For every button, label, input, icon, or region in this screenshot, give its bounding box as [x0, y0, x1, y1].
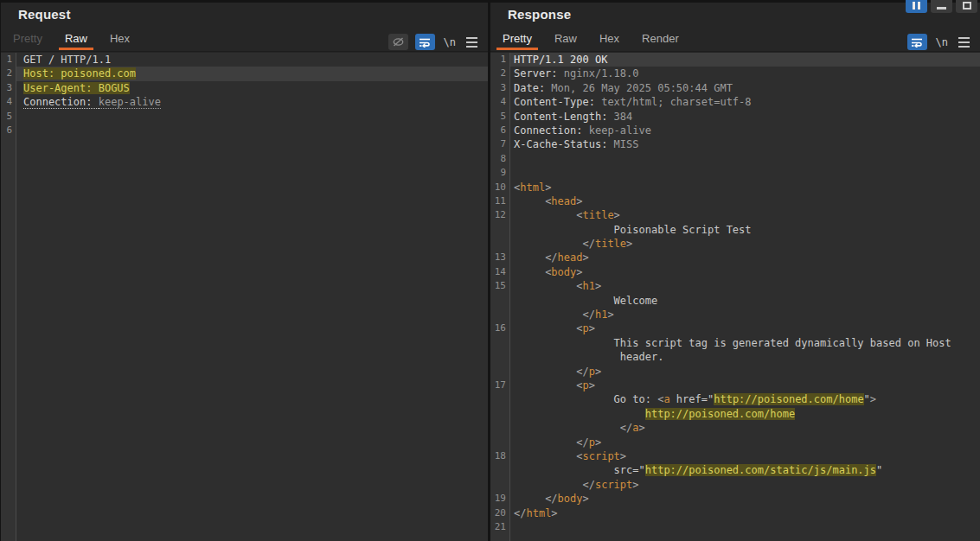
code-line[interactable]: Welcome [490, 294, 980, 308]
editor-empty-area[interactable] [490, 534, 980, 541]
tab-hex[interactable]: Hex [104, 25, 136, 51]
code-text: " [864, 393, 870, 405]
tab-pretty[interactable]: Pretty [496, 25, 538, 51]
code-line[interactable]: 1GET / HTTP/1.1 [1, 53, 488, 67]
line-content: Server: nginx/1.18.0 [510, 67, 980, 80]
code-text: Connection: [514, 124, 589, 137]
code-line[interactable]: 1HTTP/1.1 200 OK [490, 53, 980, 67]
line-number [490, 392, 510, 406]
soft-wrap-button[interactable] [415, 34, 435, 50]
maximize-button[interactable] [956, 0, 977, 13]
code-line[interactable]: 14 <body> [490, 265, 980, 279]
code-text: Poisonable Script Test [514, 224, 752, 236]
code-line[interactable]: 20</html> [490, 506, 980, 520]
code-line[interactable]: 5 [1, 110, 488, 124]
tab-raw[interactable]: Raw [59, 25, 93, 51]
code-line[interactable]: 6 [1, 124, 488, 137]
line-number: 3 [1, 81, 16, 95]
code-line[interactable]: </title> [490, 237, 980, 251]
soft-wrap-button[interactable] [907, 34, 927, 50]
code-line[interactable]: </p> [490, 436, 980, 449]
code-text: p [589, 436, 595, 449]
line-number [490, 421, 510, 435]
code-line[interactable]: 2Host: poisoned.com [1, 67, 488, 80]
code-line[interactable]: 8 [490, 152, 980, 166]
code-line[interactable]: </script> [490, 478, 980, 492]
line-content: X-Cache-Status: MISS [510, 137, 980, 151]
code-line[interactable]: This script tag is generated dynamically… [490, 336, 980, 350]
code-line[interactable]: 16 <p> [490, 321, 980, 335]
line-content: Host: poisoned.com [16, 67, 488, 80]
line-content: src="http://poisoned.com/static/js/main.… [510, 463, 980, 477]
line-content [16, 110, 488, 124]
code-line[interactable]: 4Content-Type: text/html; charset=utf-8 [490, 95, 980, 109]
editor-menu-button[interactable] [464, 37, 479, 48]
response-panel: Response PrettyRawHexRender \n [490, 3, 980, 541]
line-content: </body> [510, 492, 980, 506]
code-text [514, 436, 576, 449]
tab-render[interactable]: Render [636, 25, 685, 51]
line-content: <p> [510, 321, 980, 335]
code-line[interactable]: 19 </body> [490, 492, 980, 506]
code-line[interactable]: 9 [490, 166, 980, 180]
code-line[interactable]: 11 <head> [490, 194, 980, 208]
pause-button[interactable] [906, 0, 927, 13]
code-text: text/html; charset=utf-8 [601, 96, 751, 108]
tab-raw[interactable]: Raw [548, 25, 583, 51]
line-number [490, 407, 510, 421]
code-text: head [558, 251, 583, 264]
code-text: > [620, 450, 626, 462]
newline-toggle[interactable]: \n [934, 36, 950, 48]
line-content: <head> [510, 194, 980, 208]
code-line[interactable]: 3Date: Mon, 26 May 2025 05:50:44 GMT [490, 81, 980, 95]
code-text: > [589, 379, 595, 391]
code-line[interactable]: 2Server: nginx/1.18.0 [490, 67, 980, 80]
code-line[interactable]: 13 </head> [490, 251, 980, 264]
code-line[interactable]: </a> [490, 421, 980, 435]
tab-hex[interactable]: Hex [593, 25, 625, 51]
code-line[interactable]: 12 <title> [490, 208, 980, 222]
code-line[interactable]: 7X-Cache-Status: MISS [490, 137, 980, 151]
gutter [1, 137, 16, 541]
response-editor[interactable]: 1HTTP/1.1 200 OK2Server: nginx/1.18.03Da… [490, 53, 980, 541]
code-line[interactable]: src="http://poisoned.com/static/js/main.… [490, 463, 980, 477]
code-text: a [632, 422, 638, 434]
code-text: > [582, 493, 588, 505]
highlighted-text: http://poisoned.com/static/js/main.js [645, 464, 876, 476]
code-line[interactable]: http://poisoned.com/home [490, 407, 980, 421]
minimize-button[interactable] [931, 0, 952, 13]
editor-empty-area[interactable] [1, 137, 488, 541]
code-line[interactable]: 17 <p> [490, 379, 980, 392]
code-text [514, 422, 620, 434]
code-line[interactable]: header. [490, 350, 980, 364]
code-line[interactable]: </h1> [490, 308, 980, 321]
tab-pretty[interactable]: Pretty [7, 25, 48, 51]
code-line[interactable]: 10<html> [490, 181, 980, 194]
line-number [490, 237, 510, 251]
code-line[interactable]: 21 [490, 520, 980, 534]
code-line[interactable]: Go to: <a href="http://poisoned.com/home… [490, 392, 980, 406]
code-line[interactable]: 3User-Agent: BOGUS [1, 81, 488, 95]
code-line[interactable]: </p> [490, 365, 980, 379]
code-line[interactable]: 15 <h1> [490, 279, 980, 293]
eye-off-button[interactable] [388, 34, 408, 50]
line-content: </script> [510, 478, 980, 492]
code-text [514, 479, 582, 491]
code-line[interactable]: 6Connection: keep-alive [490, 124, 980, 137]
line-content [510, 520, 980, 534]
editor-menu-button[interactable] [957, 37, 971, 48]
line-content: Poisonable Script Test [510, 223, 980, 237]
code-text: 384 [614, 111, 633, 123]
code-text: GET / HTTP/1.1 [23, 54, 111, 66]
code-text: body [558, 493, 583, 505]
line-content: Connection: keep-alive [16, 95, 488, 109]
line-number [490, 308, 510, 321]
code-line[interactable]: Poisonable Script Test [490, 223, 980, 237]
code-line[interactable]: 4Connection: keep-alive [1, 95, 488, 109]
code-text: Content-Type: [514, 96, 601, 108]
newline-toggle[interactable]: \n [442, 36, 458, 48]
line-number [490, 336, 510, 350]
code-line[interactable]: 18 <script> [490, 449, 980, 463]
code-line[interactable]: 5Content-Length: 384 [490, 110, 980, 124]
request-editor[interactable]: 1GET / HTTP/1.12Host: poisoned.com3User-… [1, 53, 488, 541]
